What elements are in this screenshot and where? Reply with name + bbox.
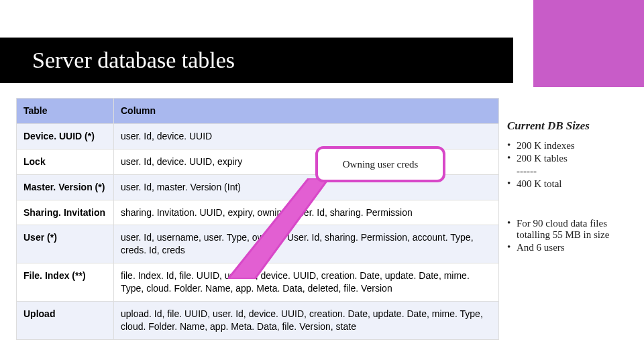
slide-title: Server database tables [32,48,235,73]
table-name-cell: File. Index (**) [17,263,114,302]
db-sizes-list-2: For 90 cloud data files totalling 55 MB … [507,217,628,254]
table-row: Upload upload. Id, file. UUID, user. Id,… [17,302,499,340]
table-cols-cell: user. Id, device. UUID [114,123,499,149]
svg-marker-0 [228,178,329,279]
callout-arrow-icon [228,178,335,279]
table-name-cell: Master. Version (*) [17,174,114,200]
list-item: And 6 users [507,241,628,254]
owning-user-creds-callout: Owning user creds [315,146,445,182]
col-header-table: Table [17,99,114,124]
accent-corner-block [533,0,644,87]
list-item: ------ [507,165,628,178]
table-row: Device. UUID (*) user. Id, device. UUID [17,123,499,149]
table-name-cell: Sharing. Invitation [17,200,114,225]
db-sizes-sidebar: Current DB Sizes 200 K indexes 200 K tab… [507,98,628,340]
list-item: 400 K total [507,178,628,190]
db-sizes-heading: Current DB Sizes [507,119,628,133]
table-name-cell: Upload [17,302,114,340]
db-sizes-list-1: 200 K indexes 200 K tables ------ 400 K … [507,139,628,190]
slide-title-bar: Server database tables [0,38,513,83]
col-header-column: Column [114,99,499,124]
table-name-cell: Device. UUID (*) [17,123,114,149]
table-name-cell: User (*) [17,225,114,263]
list-item: 200 K tables [507,152,628,165]
table-name-cell: Lock [17,149,114,174]
list-item: For 90 cloud data files totalling 55 MB … [507,217,628,241]
list-item: 200 K indexes [507,139,628,152]
table-cols-cell: upload. Id, file. UUID, user. Id, device… [114,302,499,340]
callout-text: Owning user creds [343,158,418,170]
